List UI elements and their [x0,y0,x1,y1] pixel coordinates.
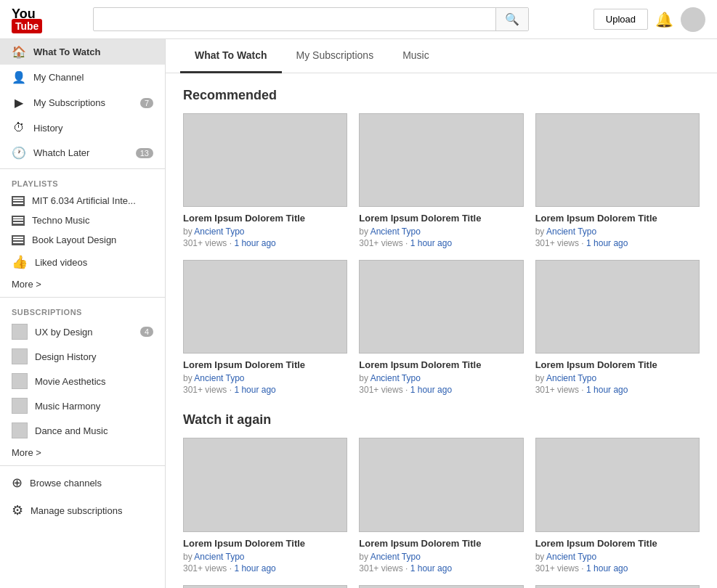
content-area: What To Watch My Subscriptions Music Rec… [166,39,717,588]
channel-link[interactable]: Ancient Typo [194,552,244,562]
sub-label: Music Harmony [35,401,153,412]
video-title: Lorem Ipsum Dolorem Title [359,538,523,550]
sidebar-item-my-subscriptions[interactable]: ▶ My Subscriptions 7 [0,90,165,115]
video-thumbnail [359,438,523,531]
time-link[interactable]: 1 hour ago [586,563,628,573]
sidebar-item-watch-later[interactable]: 🕐 Whatch Later 13 [0,140,165,166]
play-icon: ▶ [12,96,26,110]
search-bar: 🔍 [93,7,529,31]
time-link[interactable]: 1 hour ago [410,385,452,395]
tab-music[interactable]: Music [388,39,444,73]
tab-what-to-watch[interactable]: What To Watch [180,39,282,73]
video-thumbnail [359,113,523,207]
video-card[interactable]: Lorem Ipsum Dolorem Title by Ancient Typ… [535,438,700,573]
channel-link[interactable]: Ancient Typo [370,226,421,237]
search-icon: 🔍 [505,13,519,25]
subscription-item-ux[interactable]: UX by Design 4 [0,319,165,344]
video-card[interactable]: Lorem Ipsum Dolorem Title by Ancient Typ… [183,585,347,588]
sidebar-item-label: My Subscriptions [33,97,133,108]
channel-link[interactable]: Ancient Typo [370,373,421,383]
video-card[interactable]: Lorem Ipsum Dolorem Title by Ancient Typ… [359,585,523,588]
time-link[interactable]: 1 hour ago [410,563,452,573]
subscription-item-dance[interactable]: Dance and Music [0,418,165,443]
header-actions: Upload 🔔 [594,7,705,32]
playlist-icon [12,216,25,226]
subscriptions-title: SUBSCRIPTIONS [0,301,165,319]
channel-link[interactable]: Ancient Typo [194,373,244,383]
video-thumbnail [183,260,347,354]
time-link[interactable]: 1 hour ago [234,238,275,248]
sub-thumb-ux [12,324,28,340]
video-card[interactable]: Lorem Ipsum Dolorem Title by Ancient Typ… [535,113,700,248]
playlists-section: PLAYLISTS MIT 6.034 Artificial Inte... T… [0,172,165,294]
video-title: Lorem Ipsum Dolorem Title [183,359,347,372]
history-icon: ⏱ [12,121,26,134]
channel-link[interactable]: Ancient Typo [546,552,596,562]
channel-link[interactable]: Ancient Typo [546,226,596,237]
recommended-section: Recommended Lorem Ipsum Dolorem Title by… [183,88,700,395]
video-meta: 301+ views · 1 hour ago [183,238,347,248]
playlist-label: Book Layout Design [32,234,116,245]
time-link[interactable]: 1 hour ago [234,385,275,395]
search-button[interactable]: 🔍 [495,8,528,30]
video-channel: by Ancient Typo [535,373,700,383]
playlist-item-mit[interactable]: MIT 6.034 Artificial Inte... [0,191,165,211]
recommended-grid: Lorem Ipsum Dolorem Title by Ancient Typ… [183,113,700,395]
bell-icon[interactable]: 🔔 [655,11,673,28]
upload-button[interactable]: Upload [594,9,648,30]
avatar[interactable] [681,7,705,32]
subscriptions-section: SUBSCRIPTIONS UX by Design 4 Design Hist… [0,301,165,462]
content-body: Recommended Lorem Ipsum Dolorem Title by… [166,73,717,588]
sidebar-item-what-to-watch[interactable]: 🏠 What To Watch [0,39,165,65]
gear-icon: ⚙ [12,502,23,518]
time-link[interactable]: 1 hour ago [586,385,628,395]
video-thumbnail [183,113,347,207]
time-link[interactable]: 1 hour ago [410,238,452,248]
sidebar-item-label: Whatch Later [33,147,129,158]
tab-my-subscriptions[interactable]: My Subscriptions [282,39,389,73]
subscription-item-music-harmony[interactable]: Music Harmony [0,393,165,418]
search-input[interactable] [94,9,495,30]
sub-thumb-music-harmony [12,398,28,414]
video-channel: by Ancient Typo [359,552,523,562]
video-thumbnail [535,585,700,588]
video-card[interactable]: Lorem Ipsum Dolorem Title by Ancient Typ… [183,438,347,573]
video-card[interactable]: Lorem Ipsum Dolorem Title by Ancient Typ… [183,113,347,248]
video-channel: by Ancient Typo [359,226,523,237]
liked-videos-item[interactable]: 👍 Liked videos [0,250,165,274]
video-card[interactable]: Lorem Ipsum Dolorem Title by Ancient Typ… [359,438,523,573]
video-title: Lorem Ipsum Dolorem Title [183,213,347,225]
subscription-item-movie[interactable]: Movie Aesthetics [0,369,165,393]
playlist-item-book[interactable]: Book Layout Design [0,230,165,250]
manage-subscriptions-action[interactable]: ⚙ Manage subscriptions [0,497,165,524]
video-meta: 301+ views · 1 hour ago [183,563,347,573]
sidebar-item-history[interactable]: ⏱ History [0,115,165,140]
video-card[interactable]: Lorem Ipsum Dolorem Title by Ancient Typ… [535,260,700,395]
channel-link[interactable]: Ancient Typo [370,552,421,562]
sidebar: 🏠 What To Watch 👤 My Channel ▶ My Subscr… [0,39,166,588]
playlist-item-techno[interactable]: Techno Music [0,211,165,230]
video-title: Lorem Ipsum Dolorem Title [183,538,347,550]
browse-channels-action[interactable]: ⊕ Browse channels [0,469,165,497]
subscriptions-more[interactable]: More > [0,443,165,462]
content-tabs: What To Watch My Subscriptions Music [166,39,717,73]
video-card[interactable]: Lorem Ipsum Dolorem Title by Ancient Typ… [183,260,347,395]
sidebar-item-my-channel[interactable]: 👤 My Channel [0,65,165,90]
sub-label: Movie Aesthetics [35,376,153,387]
playlists-more[interactable]: More > [0,274,165,294]
video-card[interactable]: Lorem Ipsum Dolorem Title by Ancient Typ… [535,585,700,588]
channel-link[interactable]: Ancient Typo [194,226,244,237]
video-card[interactable]: Lorem Ipsum Dolorem Title by Ancient Typ… [359,260,523,395]
liked-videos-label: Liked videos [35,257,87,268]
video-card[interactable]: Lorem Ipsum Dolorem Title by Ancient Typ… [359,113,523,248]
time-link[interactable]: 1 hour ago [586,238,628,248]
sub-label: Dance and Music [35,425,153,436]
time-link[interactable]: 1 hour ago [234,563,275,573]
playlist-label: MIT 6.034 Artificial Inte... [32,195,136,206]
subscriptions-badge: 7 [140,98,153,108]
channel-link[interactable]: Ancient Typo [546,373,596,383]
video-thumbnail [183,438,347,531]
subscription-item-design-history[interactable]: Design History [0,344,165,369]
plus-icon: ⊕ [12,475,23,491]
video-meta: 301+ views · 1 hour ago [535,385,700,395]
